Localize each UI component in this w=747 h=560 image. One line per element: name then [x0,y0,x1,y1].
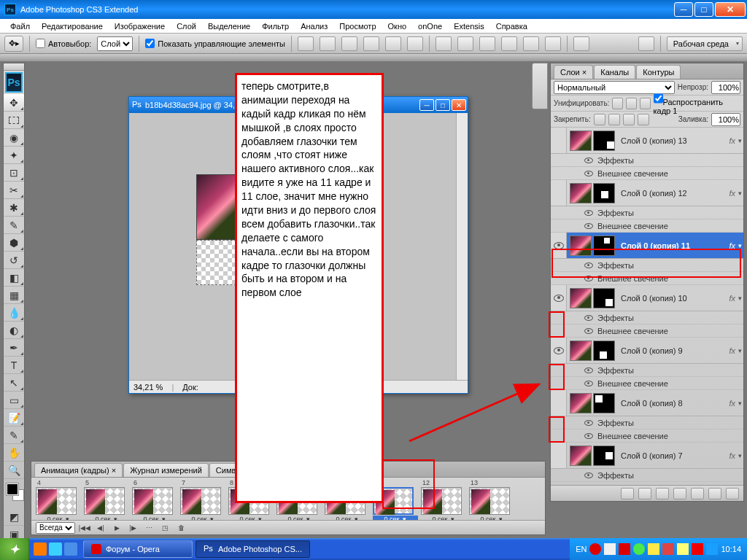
align-icon[interactable] [385,36,401,51]
menu-filter[interactable]: Фильтр [258,20,293,32]
crop-tool[interactable]: ⊡ [4,164,24,182]
fx-indicator[interactable]: fx [729,136,738,145]
effect-row[interactable]: Внешнее свечение [551,429,743,443]
align-icon[interactable] [363,36,379,51]
align-icon[interactable] [298,36,314,51]
distribute-icon[interactable] [479,36,495,51]
doc-maximize[interactable]: □ [436,99,450,111]
heal-tool[interactable]: ✱ [4,199,24,217]
eye-icon[interactable] [584,210,593,216]
unify-icon[interactable] [612,98,623,109]
dup-frame-btn[interactable]: ◳ [158,523,171,533]
eye-icon[interactable] [584,315,593,321]
stamp-tool[interactable]: ⬢ [4,234,24,252]
ql-icon[interactable] [34,542,47,556]
tray-icon[interactable] [677,543,689,555]
fx-indicator[interactable]: fx [729,399,738,408]
first-frame-btn[interactable]: |◀◀ [78,523,91,533]
zoom-tool[interactable]: 🔍 [4,462,24,479]
visibility-toggle[interactable] [551,443,567,468]
mask-icon[interactable] [656,488,669,499]
zoom-value[interactable]: 34,21 % [133,383,163,392]
eyedropper-tool[interactable]: ✎ [4,427,24,444]
effect-row[interactable]: Эффекты [551,416,743,429]
ql-icon[interactable] [64,542,77,556]
next-frame-btn[interactable]: |▶ [126,523,139,533]
layer-row[interactable]: Слой 0 (копия) 12 fx▾ [551,180,743,206]
eye-icon[interactable] [584,276,593,281]
layer-row[interactable]: Слой 0 (копия) 10 fx▾ [551,285,743,311]
gradient-tool[interactable]: ▦ [4,287,24,304]
autoselect-target[interactable]: Слой [97,36,133,51]
eraser-tool[interactable]: ◧ [4,269,24,287]
notes-tool[interactable]: 📝 [4,409,24,427]
doc-close[interactable]: ✕ [452,99,466,111]
effect-row[interactable]: Эффекты [551,469,743,482]
distribute-icon[interactable] [457,36,473,51]
layer-row[interactable]: Слой 0 (копия) 11 fx▾ [551,233,743,259]
group-icon[interactable] [691,488,704,499]
avira-icon[interactable] [692,543,703,555]
eye-icon[interactable] [584,262,593,268]
effect-row[interactable]: Эффекты [551,259,743,272]
clock[interactable]: 10:14 [721,545,741,553]
menu-help[interactable]: Справка [492,20,532,32]
menu-edit[interactable]: Редактирование [37,20,107,32]
new-layer-icon[interactable] [708,488,721,499]
visibility-toggle[interactable] [551,285,567,311]
hand-tool[interactable]: ✋ [4,444,24,462]
autoselect-checkbox[interactable]: Автовыбор: [36,39,91,48]
delete-frame-btn[interactable]: 🗑 [174,523,187,533]
tab-paths[interactable]: Контуры [636,65,681,79]
menu-file[interactable]: Файл [6,20,34,32]
distribute-icon[interactable] [501,36,517,51]
quickmask-tool[interactable]: ◩ [4,508,24,526]
menu-onone[interactable]: onOne [414,20,446,32]
lasso-tool[interactable]: ◉ [4,129,24,147]
anim-frame[interactable]: 50 сек. ▾ [84,479,129,520]
minimize-button[interactable]: ─ [674,2,693,17]
tab-layers[interactable]: Слои × [554,65,593,79]
visibility-toggle[interactable] [551,338,567,363]
effect-row[interactable]: Эффекты [551,206,743,219]
fx-icon[interactable] [638,488,651,499]
shape-tool[interactable]: ▭ [4,392,24,409]
dodge-tool[interactable]: ◐ [4,322,24,339]
menu-image[interactable]: Изображение [110,20,169,32]
layer-row[interactable]: Слой 0 (копия) 13 fx▾ [551,128,743,154]
tray-icon[interactable] [706,543,718,555]
prev-frame-btn[interactable]: ◀| [94,523,107,533]
visibility-toggle[interactable] [551,128,567,153]
distribute-icon[interactable] [436,36,452,51]
tray-icon[interactable] [604,543,616,555]
align-icon[interactable] [341,36,357,51]
menu-select[interactable]: Выделение [204,20,255,32]
link-icon[interactable] [621,488,634,499]
layer-row[interactable]: Слой 0 (копия) 9 fx▾ [551,338,743,364]
layer-row[interactable]: Слой 0 (копия) 7 fx▾ [551,443,743,469]
close-button[interactable]: ✕ [715,2,746,17]
effect-row[interactable]: Эффекты [551,311,743,324]
eye-icon[interactable] [584,223,593,229]
move-tool[interactable]: ✥ [4,94,24,112]
lock-all-icon[interactable] [638,114,649,125]
effect-row[interactable]: Внешнее свечение [551,324,743,338]
eye-icon[interactable] [584,368,593,373]
play-btn[interactable]: ▶ [110,523,123,533]
tray-icon[interactable] [589,543,601,555]
fx-indicator[interactable]: fx [729,241,738,250]
show-transform-checkbox[interactable]: Показать управляющие элементы [145,39,285,48]
history-brush-tool[interactable]: ↺ [4,252,24,269]
move-tool-preset[interactable]: ✥▸ [4,36,23,52]
doc-minimize[interactable]: ─ [419,99,434,111]
align-icon[interactable] [320,36,336,51]
layer-row[interactable]: Слой 0 (копия) 8 fx▾ [551,390,743,416]
effect-row[interactable]: Внешнее свечение [551,167,743,180]
tray-icon[interactable] [648,543,659,555]
effect-row[interactable]: Эффекты [551,154,743,167]
anim-frame[interactable]: 40 сек. ▾ [36,479,81,520]
loop-select[interactable]: Всегда [36,522,75,534]
color-swatch[interactable] [4,482,24,508]
fx-indicator[interactable]: fx [729,294,738,303]
distribute-icon[interactable] [523,36,539,51]
